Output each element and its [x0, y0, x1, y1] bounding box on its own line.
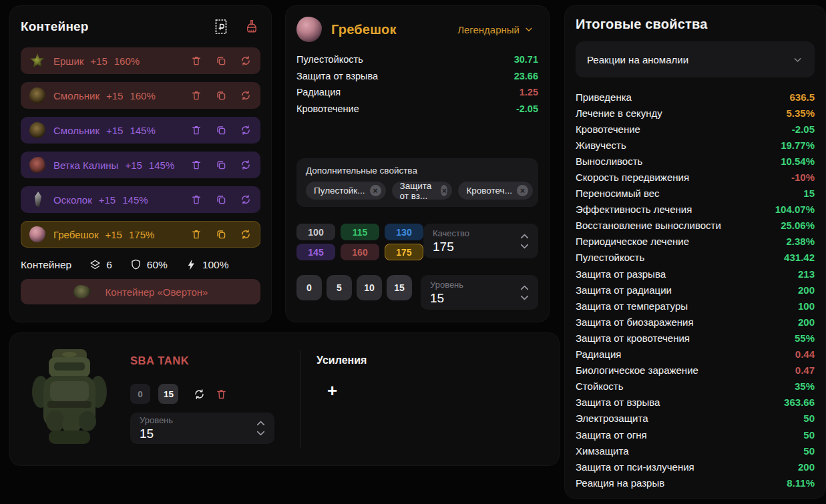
stat-label: Защита от разрыва	[576, 268, 666, 280]
stat-value: 0.44	[795, 348, 815, 360]
stat-label: Пулестойкость	[576, 252, 644, 263]
artifact-enhance: +15	[106, 125, 123, 136]
reaction-filter-select[interactable]: Реакции на аномалии	[576, 41, 815, 77]
quality-option[interactable]: 145	[296, 244, 335, 260]
level-options: 0 5 10 15	[296, 275, 412, 300]
reroll-icon[interactable]	[240, 55, 252, 67]
total-stat-row: Периодическое лечение 2.38%	[576, 234, 815, 250]
level-option[interactable]: 15	[387, 275, 412, 300]
delete-icon[interactable]	[190, 159, 202, 171]
artifact-row[interactable]: Гребешок +15 175%	[21, 221, 260, 248]
container-select-button[interactable]: Контейнер «Овертон»	[21, 279, 260, 304]
artifact-quality: 160%	[130, 90, 155, 101]
add-boost-button[interactable]: +	[323, 381, 341, 400]
artifact-row[interactable]: Смольник +15 160%	[21, 82, 260, 109]
artifact-row[interactable]: Ершик +15 160%	[21, 47, 260, 74]
stat-label: Живучесть	[576, 140, 626, 151]
level-option[interactable]: 10	[357, 275, 382, 300]
reroll-icon[interactable]	[240, 124, 252, 136]
boosts-title: Усиления	[317, 354, 367, 366]
stat-value: 213	[798, 268, 815, 280]
remove-chip-icon[interactable]: ×	[517, 185, 528, 196]
artifact-quality: 145%	[130, 125, 155, 136]
delete-icon[interactable]	[190, 194, 202, 206]
delete-icon[interactable]	[190, 89, 202, 101]
stat-label: Защита от взрыва	[296, 71, 378, 81]
duplicate-icon[interactable]	[215, 55, 227, 67]
stat-value: 23.66	[514, 71, 538, 81]
delete-icon[interactable]	[215, 388, 228, 401]
total-stat-row: Пулестойкость 431.42	[576, 250, 815, 266]
container-footer-label: Контейнер	[21, 259, 71, 271]
stat-value: 15	[803, 188, 815, 199]
stat-label: Стойкость	[576, 381, 624, 392]
duplicate-icon[interactable]	[215, 194, 227, 206]
artifact-name: Смольник	[53, 125, 99, 136]
armor-spinner-label: Уровень	[140, 415, 173, 425]
quality-spinner-steppers[interactable]	[520, 234, 529, 249]
duplicate-icon[interactable]	[215, 228, 227, 240]
level-spinner[interactable]: Уровень 15	[421, 275, 538, 310]
quality-spinner[interactable]: Качество 175	[423, 224, 538, 258]
reaction-filter-value: Реакции на аномалии	[587, 54, 688, 65]
artifact-name: Ершик	[53, 55, 83, 67]
stat-label: Защита от пси-излучения	[576, 461, 694, 473]
reroll-icon[interactable]	[240, 194, 252, 206]
artifact-name: Смольник	[53, 90, 99, 101]
delete-icon[interactable]	[190, 55, 202, 67]
rarity-dropdown[interactable]: Легендарный	[453, 23, 538, 36]
artifact-row[interactable]: Ветка Калины +15 145%	[21, 152, 260, 178]
stat-label: Защита от температуры	[576, 300, 688, 312]
extra-prop-chip[interactable]: Кровотеч... ×	[458, 182, 533, 200]
level-spinner-steppers[interactable]	[520, 285, 529, 300]
reroll-icon[interactable]	[240, 228, 252, 240]
artifact-row[interactable]: Осколок +15 145%	[21, 186, 260, 213]
armor-image[interactable]	[30, 342, 109, 451]
clear-all-broom-icon[interactable]	[243, 18, 260, 35]
stat-value: -2.05	[516, 103, 538, 114]
level-option[interactable]: 5	[327, 275, 352, 300]
duplicate-icon[interactable]	[215, 89, 227, 101]
stat-label: Радиация	[576, 348, 621, 360]
artifact-enhance: +15	[99, 194, 116, 206]
reroll-icon[interactable]	[240, 89, 252, 101]
armor-panel: SBA TANK 0 15 Уровень 15	[9, 332, 560, 466]
extra-prop-chip[interactable]: Пулестойк... ×	[306, 182, 386, 200]
artifact-detail-panel: Гребешок Легендарный Пулестойкость 30.71…	[285, 5, 550, 322]
duplicate-icon[interactable]	[215, 124, 227, 136]
level-spinner-text: Уровень 15	[430, 280, 463, 306]
remove-chip-icon[interactable]: ×	[370, 185, 381, 196]
quality-option[interactable]: 130	[385, 224, 423, 240]
artifact-icon	[29, 226, 45, 242]
reroll-icon[interactable]	[240, 159, 252, 171]
total-stat-row: Защита от кровотечения 55%	[576, 330, 815, 346]
level-option[interactable]: 0	[296, 275, 322, 300]
armor-level-buttons: 0 15	[130, 384, 184, 404]
armor-level-option[interactable]: 0	[130, 384, 150, 404]
artifact-row[interactable]: Смольник +15 145%	[21, 117, 260, 144]
armor-level-option[interactable]: 15	[158, 384, 178, 404]
artifact-stat-row: Кровотечение -2.05	[296, 101, 538, 117]
container-protection: 60%	[130, 258, 168, 271]
quality-option[interactable]: 160	[341, 244, 379, 260]
bolt-icon	[185, 258, 198, 271]
total-stat-row: Защита от радиации 200	[576, 282, 815, 298]
quality-option[interactable]: 115	[341, 224, 379, 240]
stat-label: Защита от биозаражения	[576, 316, 694, 328]
stat-value: 100	[798, 300, 815, 312]
quality-option[interactable]: 175	[385, 244, 423, 260]
reset-icon[interactable]	[193, 388, 206, 401]
stat-value: 2.38%	[786, 236, 815, 247]
remove-chip-icon[interactable]: ×	[441, 185, 447, 196]
armor-spinner-steppers[interactable]	[256, 421, 265, 436]
level-spinner-value: 15	[430, 291, 463, 306]
totals-panel: Итоговые свойства Реакции на аномалии Пр…	[564, 5, 826, 499]
price-receipt-icon[interactable]	[212, 18, 230, 35]
armor-level-spinner[interactable]: Уровень 15	[130, 413, 274, 444]
quality-option[interactable]: 100	[296, 224, 335, 240]
duplicate-icon[interactable]	[215, 159, 227, 171]
container-panel: Контейнер Ершик +15 160%	[9, 5, 272, 322]
delete-icon[interactable]	[190, 124, 202, 136]
delete-icon[interactable]	[190, 228, 202, 240]
extra-prop-chip[interactable]: Защита от вз... ×	[392, 182, 453, 200]
